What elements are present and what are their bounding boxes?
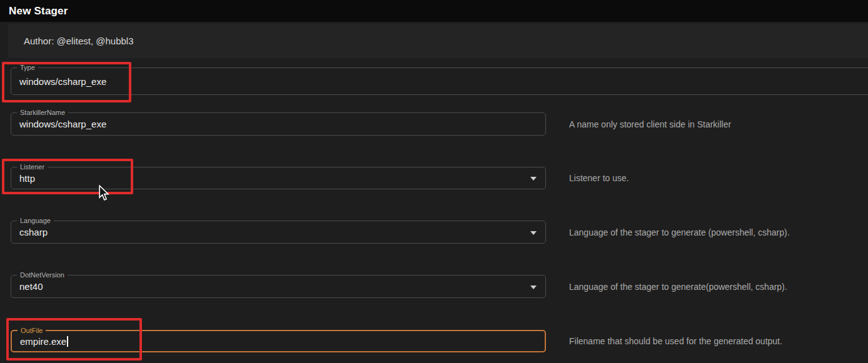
- chevron-down-icon[interactable]: [530, 177, 537, 181]
- type-field-label: Type: [17, 63, 38, 72]
- outfile-input-value: empire.exe: [20, 336, 66, 347]
- page-header: New Stager: [0, 0, 868, 22]
- starkillername-help-text: A name only stored client side in Starki…: [569, 112, 731, 136]
- starkillername-field[interactable]: StarkillerName windows/csharp_exe: [11, 112, 546, 136]
- outfile-input-label: OutFile: [18, 326, 46, 335]
- chevron-down-icon[interactable]: [530, 231, 537, 235]
- author-text: Author: @elitest, @hubbl3: [24, 24, 134, 58]
- language-help-text: Language of the stager to generate (powe…: [569, 221, 790, 244]
- page-title: New Stager: [9, 0, 68, 22]
- outfile-help-text: Filename that should be used for the gen…: [569, 330, 782, 352]
- type-field[interactable]: Type windows/csharp_exe: [11, 67, 868, 95]
- author-panel: Author: @elitest, @hubbl3: [8, 24, 868, 58]
- language-select-label: Language: [17, 216, 54, 225]
- language-select[interactable]: Language csharp: [11, 221, 546, 244]
- dotnetversion-select-value: net40: [19, 281, 43, 292]
- text-caret: [67, 336, 68, 347]
- language-select-value: csharp: [19, 227, 48, 237]
- type-field-value: windows/csharp_exe: [19, 76, 106, 87]
- chevron-down-icon[interactable]: [530, 286, 537, 289]
- dotnetversion-select-label: DotNetVersion: [17, 271, 68, 279]
- dotnetversion-select[interactable]: DotNetVersion net40: [11, 275, 546, 298]
- starkillername-field-value: windows/csharp_exe: [19, 119, 106, 129]
- listener-select-value: http: [19, 173, 35, 184]
- listener-select-label: Listener: [17, 162, 48, 171]
- mouse-cursor: [98, 185, 109, 201]
- dotnetversion-help-text: Language of the stager to generate(power…: [569, 275, 787, 298]
- listener-select[interactable]: Listener http: [11, 167, 546, 189]
- starkillername-field-label: StarkillerName: [17, 108, 68, 117]
- outfile-input[interactable]: OutFile empire.exe: [11, 330, 546, 352]
- listener-help-text: Listener to use.: [569, 167, 629, 189]
